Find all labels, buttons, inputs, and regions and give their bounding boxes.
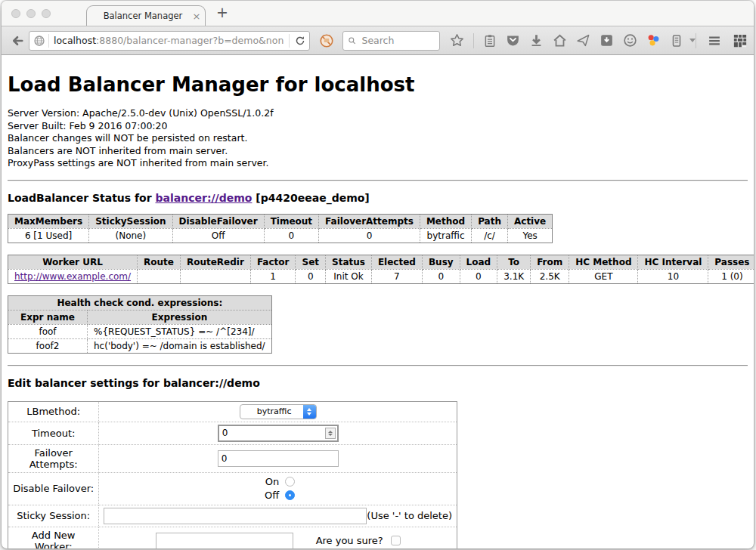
balancer-demo-link[interactable]: balancer://demo [156, 192, 253, 204]
cell-expr-name: foof2 [8, 338, 88, 353]
health-check-table: Health check cond. expressions: Expr nam… [8, 295, 272, 354]
back-arrow-icon [10, 33, 25, 48]
column-header: MaxMembers [8, 214, 89, 228]
cell: 7 [371, 269, 422, 283]
reload-separator [289, 34, 290, 48]
lbmethod-label: LBmethod: [8, 401, 99, 422]
tab-close-icon[interactable]: × [188, 11, 205, 22]
search-input[interactable] [360, 34, 435, 47]
minimize-button[interactable] [26, 9, 36, 18]
page-title: Load Balancer Manager for localhost [8, 73, 748, 96]
home-icon[interactable] [553, 33, 567, 48]
search-box[interactable] [342, 31, 440, 51]
cell: Yes [507, 228, 552, 243]
column-header: Method [420, 214, 471, 228]
form-row-timeout: Timeout: [8, 422, 457, 444]
tab-title: Balancer Manager [87, 11, 188, 21]
cell [180, 269, 250, 283]
panel-download-icon[interactable] [600, 33, 614, 48]
column-header: Path [472, 214, 508, 228]
server-built-line: Server Built: Feb 9 2016 07:00:20 [8, 120, 748, 133]
table-row: foof2 hc('body') =~ /domain is establish… [8, 338, 272, 353]
timeout-input[interactable] [218, 425, 339, 442]
timeout-label: Timeout: [8, 422, 99, 444]
divider [8, 180, 748, 181]
divider [8, 365, 748, 366]
edit-settings-heading: Edit balancer settings for balancer://de… [8, 377, 748, 389]
back-button[interactable] [8, 33, 27, 48]
browser-window: Balancer Manager × + localhost:8880/bala… [2, 1, 754, 548]
colors-extension-icon[interactable] [646, 33, 661, 48]
column-header: From [531, 255, 569, 269]
column-header: Expression [88, 310, 272, 324]
sticky-session-input[interactable] [104, 508, 367, 524]
status-heading-suffix: [p4420eeae_demo] [252, 192, 369, 204]
pocket-icon[interactable] [506, 33, 520, 48]
navigation-toolbar: localhost:8880/balancer-manager?b=demo&n… [2, 26, 754, 55]
are-you-sure-label: Are you sure? [316, 535, 383, 546]
cell-expression: %{REQUEST_STATUS} =~ /^[234]/ [88, 324, 272, 338]
url-bar[interactable]: localhost:8880/balancer-manager?b=demo&n… [29, 31, 310, 51]
column-header: HC Interval [638, 255, 708, 269]
menu-hamburger-icon[interactable] [707, 33, 722, 48]
column-header: To [497, 255, 531, 269]
lbmethod-select[interactable]: bytraffic [240, 404, 317, 419]
toolbar-separator [473, 33, 474, 48]
cell: 3.1K [497, 269, 531, 283]
server-info: Server Version: Apache/2.5.0-dev (Unix) … [8, 107, 748, 170]
feedback-smiley-icon[interactable] [623, 33, 637, 48]
close-button[interactable] [11, 9, 20, 18]
cell: 0 [460, 269, 497, 283]
column-header: Busy [422, 255, 460, 269]
download-icon[interactable] [529, 33, 544, 48]
failover-attempts-input[interactable] [218, 450, 339, 467]
form-row-failover-attempts: Failover Attempts: [8, 444, 457, 472]
inherit-note-line: Balancers are NOT inherited from main se… [8, 145, 748, 158]
cell: 0 [319, 228, 420, 243]
table-header-row: MaxMembers StickySession DisableFailover… [8, 214, 553, 228]
zoom-button[interactable] [42, 9, 51, 18]
sidebar-panel-icon[interactable] [670, 34, 683, 48]
chevron-down-icon[interactable] [689, 39, 696, 42]
cell: 1 [250, 269, 296, 283]
number-spinner-icon[interactable] [325, 428, 336, 439]
bookmark-star-icon[interactable] [450, 33, 464, 48]
form-row-sticky-session: Sticky Session: (Use '-' to delete) [8, 505, 457, 527]
health-table-title: Health check cond. expressions: [8, 295, 272, 310]
disable-failover-off-radio[interactable] [285, 490, 295, 500]
persist-note-line: Balancer changes will NOT be persisted o… [8, 132, 748, 145]
column-header: Set [296, 255, 326, 269]
sticky-session-label: Sticky Session: [8, 505, 99, 527]
cell: Init Ok [326, 269, 372, 283]
disable-failover-on-radio[interactable] [285, 477, 295, 487]
sticky-session-note: (Use '-' to delete) [367, 510, 454, 521]
column-header: Elected [371, 255, 422, 269]
worker-url-link[interactable]: http://www.example.com/ [14, 271, 131, 282]
send-tab-icon[interactable] [576, 33, 590, 48]
toolbar-icons [450, 33, 696, 48]
balancer-settings-form: LBmethod: bytraffic Timeout: [8, 401, 457, 549]
cell: bytraffic [420, 228, 471, 243]
cell: /c/ [472, 228, 508, 243]
content-blocked-icon[interactable] [319, 33, 334, 48]
table-row: http://www.example.com/ 1 0 Init Ok 7 0 … [8, 269, 754, 283]
are-you-sure-checkbox[interactable] [391, 536, 401, 545]
identity-separator [48, 34, 49, 48]
url-input[interactable]: localhost:8880/balancer-manager?b=demo&n… [54, 35, 284, 46]
cell: Off [172, 228, 264, 243]
form-row-add-worker: Add New Worker: Are you sure? [8, 527, 457, 548]
tab-balancer-manager[interactable]: Balancer Manager × [86, 5, 206, 26]
new-tab-button[interactable]: + [216, 4, 228, 20]
reload-icon[interactable] [295, 36, 305, 46]
add-worker-input[interactable] [156, 533, 293, 549]
radio-on-label: On [261, 475, 279, 489]
balancer-status-table: MaxMembers StickySession DisableFailover… [8, 214, 553, 243]
screengrab-extension-icon[interactable] [733, 33, 748, 48]
toolbar-separator [696, 33, 696, 48]
column-header: HC Method [569, 255, 638, 269]
reading-list-icon[interactable] [483, 34, 497, 48]
search-icon [348, 36, 357, 46]
page-content: Load Balancer Manager for localhost Serv… [2, 55, 754, 548]
form-row-disable-failover: Disable Failover: On Off [8, 472, 457, 505]
table-row: 6 [1 Used] (None) Off 0 0 bytraffic /c/ … [8, 228, 553, 243]
